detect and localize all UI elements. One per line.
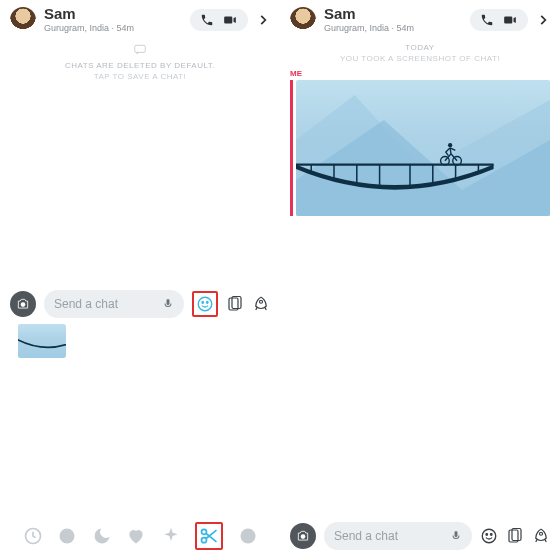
gif-thumbnail[interactable] [12, 324, 66, 358]
chat-placeholder: Send a chat [334, 529, 444, 543]
svg-point-10 [202, 529, 207, 534]
left-pane: Sam Gurugram, India · 54m CHATS ARE DELE… [0, 0, 280, 560]
svg-rect-0 [135, 45, 146, 52]
svg-point-33 [540, 532, 543, 535]
svg-point-3 [202, 302, 204, 304]
chevron-right-icon[interactable] [536, 13, 550, 27]
camera-button[interactable] [290, 523, 316, 549]
rocket-icon[interactable] [532, 527, 550, 545]
svg-point-26 [448, 143, 452, 147]
scissors-icon-highlighted[interactable] [195, 522, 223, 550]
chat-input[interactable]: Send a chat [44, 290, 184, 318]
chevron-right-icon[interactable] [256, 13, 270, 27]
chat-input-row: Send a chat [280, 522, 560, 550]
emoji-icon[interactable] [57, 526, 77, 546]
avatar[interactable] [10, 7, 36, 33]
call-controls [190, 9, 248, 31]
chat-header: Sam Gurugram, India · 54m [0, 0, 280, 37]
smiley-icon[interactable] [480, 527, 498, 545]
svg-point-30 [491, 534, 493, 536]
header-text: Sam Gurugram, India · 54m [324, 6, 462, 33]
svg-point-28 [482, 529, 496, 543]
svg-point-9 [60, 529, 75, 544]
system-line2: TAP TO SAVE A CHAT! [0, 72, 280, 81]
svg-point-12 [240, 529, 255, 544]
system-message: TODAY YOU TOOK A SCREENSHOT OF CHAT! [280, 43, 560, 63]
chat-input-row: Send a chat [0, 290, 280, 318]
face-icon[interactable] [238, 526, 258, 546]
sent-image[interactable] [290, 80, 550, 216]
heart-icon[interactable] [126, 526, 146, 546]
svg-point-2 [198, 297, 212, 311]
svg-point-1 [21, 302, 26, 307]
contact-sub: Gurugram, India · 54m [44, 23, 182, 33]
clock-icon[interactable] [23, 526, 43, 546]
system-day: TODAY [280, 43, 560, 52]
chat-header: Sam Gurugram, India · 54m [280, 0, 560, 37]
moon-icon[interactable] [92, 526, 112, 546]
sender-label: ME [290, 69, 560, 78]
svg-point-11 [202, 538, 207, 543]
sticker-toolbar [0, 522, 280, 550]
contact-name[interactable]: Sam [44, 6, 182, 21]
chat-bubble-icon [131, 43, 149, 57]
svg-point-29 [486, 534, 488, 536]
sticker-icon[interactable] [506, 527, 524, 545]
phone-icon[interactable] [200, 13, 214, 27]
sparkle-icon[interactable] [161, 526, 181, 546]
chat-input[interactable]: Send a chat [324, 522, 472, 550]
camera-button[interactable] [10, 291, 36, 317]
contact-name[interactable]: Sam [324, 6, 462, 21]
system-event: YOU TOOK A SCREENSHOT OF CHAT! [280, 54, 560, 63]
microphone-icon[interactable] [450, 529, 462, 543]
svg-point-7 [260, 300, 263, 303]
chat-placeholder: Send a chat [54, 297, 156, 311]
call-controls [470, 9, 528, 31]
smiley-button-highlighted[interactable] [192, 291, 218, 317]
rocket-icon[interactable] [252, 295, 270, 313]
system-message: CHATS ARE DELETED BY DEFAULT. TAP TO SAV… [0, 43, 280, 81]
contact-sub: Gurugram, India · 54m [324, 23, 462, 33]
svg-point-4 [207, 302, 209, 304]
sticker-icon[interactable] [226, 295, 244, 313]
video-icon[interactable] [502, 13, 518, 27]
system-line1: CHATS ARE DELETED BY DEFAULT. [0, 61, 280, 70]
phone-icon[interactable] [480, 13, 494, 27]
sender-accent-bar [290, 80, 293, 216]
header-text: Sam Gurugram, India · 54m [44, 6, 182, 33]
right-pane: Sam Gurugram, India · 54m TODAY YOU TOOK… [280, 0, 560, 560]
svg-point-27 [301, 534, 306, 539]
video-icon[interactable] [222, 13, 238, 27]
microphone-icon[interactable] [162, 297, 174, 311]
avatar[interactable] [290, 7, 316, 33]
